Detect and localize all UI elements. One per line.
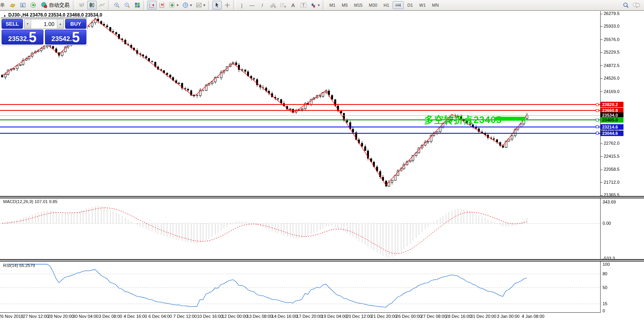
mt4-window: 单 自动交易 bbox=[0, 0, 644, 321]
rsi-axis-15: 15 bbox=[603, 301, 607, 306]
hline-23044.6[interactable] bbox=[0, 133, 600, 134]
time-label: 26 Dec 00:00 bbox=[396, 314, 421, 319]
time-label: 21 Dec 20:00 bbox=[371, 314, 397, 319]
price-tick: 25933.0 bbox=[601, 24, 620, 28]
time-label: 20 Dec 12:00 bbox=[346, 314, 372, 319]
time-label: 12 Dec 00:00 bbox=[222, 314, 247, 319]
time-label: 3 Dec 08:00 bbox=[99, 314, 122, 319]
time-label: 30 Nov 04:00 bbox=[73, 314, 98, 319]
rsi-label: RSI(14) 65.2579 bbox=[3, 263, 35, 268]
volume-value[interactable]: 1.00 bbox=[31, 19, 57, 28]
hline-23534.0[interactable] bbox=[0, 115, 600, 116]
time-label: 27 Dec 08:00 bbox=[421, 314, 446, 319]
price-tick: 24169.0 bbox=[601, 89, 620, 94]
rsi-axis-100: 100 bbox=[603, 262, 610, 267]
price-tick: 22058.5 bbox=[601, 167, 620, 172]
time-label: 31 Dec 20:00 bbox=[470, 314, 496, 319]
price-tick: 24872.5 bbox=[601, 63, 620, 68]
hline-23660.8[interactable] bbox=[0, 110, 600, 111]
macd-rsi-splitter[interactable] bbox=[0, 259, 644, 261]
price-tick: 22762.0 bbox=[601, 141, 620, 146]
macd-axis-max: 343.69 bbox=[603, 200, 616, 204]
time-label: 3 Jan 00:00 bbox=[497, 314, 520, 319]
time-label: 4 Dec 16:00 bbox=[124, 314, 147, 319]
buy-price-pips: 5 bbox=[72, 32, 80, 43]
sell-price: 23532. bbox=[8, 35, 29, 42]
price-axis-line bbox=[600, 11, 601, 312]
price-tag-23044.6[interactable]: 23044.6 bbox=[601, 131, 623, 136]
buy-button[interactable]: BUY bbox=[65, 19, 86, 29]
time-label: 7 Dec 12:00 bbox=[173, 314, 197, 319]
sell-price-button[interactable]: 23532.5 bbox=[2, 30, 43, 45]
time-label: 17 Dec 20:00 bbox=[296, 314, 322, 319]
hline-handle[interactable] bbox=[596, 109, 599, 112]
macd-label: MACD(12,26,9) 107.01 9.85 bbox=[3, 199, 58, 204]
price-tick: 22415.5 bbox=[601, 154, 620, 159]
price-tick: 25576.0 bbox=[601, 37, 620, 42]
buy-price: 23542. bbox=[51, 35, 72, 42]
turning-point-highlight-bar[interactable] bbox=[495, 117, 525, 121]
time-label: 27 Nov 12:00 bbox=[23, 314, 49, 319]
volume-increase-button[interactable]: ▲ bbox=[57, 19, 64, 28]
turning-point-annotation[interactable]: 多空转折点23405 bbox=[424, 114, 502, 126]
volume-decrease-button[interactable]: ▼ bbox=[24, 19, 31, 28]
time-label: 26 Nov 2018 bbox=[0, 314, 23, 319]
time-label: 4 Jan 08:00 bbox=[522, 314, 545, 319]
price-tag-23214.6[interactable]: 23214.6 bbox=[601, 124, 623, 130]
time-label: 14 Dec 16:00 bbox=[271, 314, 297, 319]
rsi-axis-80: 80 bbox=[603, 271, 607, 276]
main-macd-splitter[interactable] bbox=[0, 196, 644, 198]
price-tick: 25229.5 bbox=[601, 50, 620, 54]
time-label: 13 Dec 08:00 bbox=[247, 314, 272, 319]
price-tag-23820.2[interactable]: 23820.2 bbox=[601, 102, 623, 107]
one-click-trading-panel: SELL ▼ 1.00 ▲ BUY 23532.5 23542.5 bbox=[1, 18, 87, 45]
time-label: 28 Dec 16:00 bbox=[446, 314, 471, 319]
sell-button[interactable]: SELL bbox=[2, 19, 23, 29]
time-axis-line bbox=[0, 312, 601, 313]
chart-header: ▲DJ30-,H4 23476.0 23534.0 23468.0 23534.… bbox=[3, 12, 102, 18]
hline-handle[interactable] bbox=[596, 125, 599, 128]
chart-title-text: DJ30-,H4 23476.0 23534.0 23468.0 23534.0 bbox=[8, 12, 102, 18]
buy-price-button[interactable]: 23542.5 bbox=[45, 30, 87, 45]
time-label: 6 Dec 04:00 bbox=[148, 314, 172, 319]
collapse-arrow-icon[interactable]: ▲ bbox=[3, 14, 6, 17]
sell-price-pips: 5 bbox=[29, 32, 37, 43]
hline-handle[interactable] bbox=[596, 103, 599, 106]
hline-23214.6[interactable] bbox=[0, 127, 600, 127]
rsi-axis-50: 50 bbox=[603, 285, 607, 290]
price-tick: 26279.5 bbox=[601, 11, 620, 16]
time-label: 28 Nov 20:00 bbox=[48, 314, 73, 319]
price-tick: 24526.0 bbox=[601, 76, 620, 80]
volume-stepper: ▼ 1.00 ▲ bbox=[24, 19, 64, 29]
price-tick: 21712.0 bbox=[601, 180, 620, 185]
price-tag-23405.8[interactable]: 23405.8 bbox=[601, 117, 623, 123]
time-label: 19 Dec 04:00 bbox=[321, 314, 347, 319]
time-label: 10 Dec 16:00 bbox=[197, 314, 223, 319]
hline-23820.2[interactable] bbox=[0, 104, 600, 105]
hline-handle[interactable] bbox=[596, 119, 599, 121]
rsi-axis-0: 0 bbox=[603, 308, 605, 313]
macd-axis-zero: 0.00 bbox=[603, 221, 611, 226]
hline-handle[interactable] bbox=[596, 132, 599, 134]
chart-canvas[interactable] bbox=[0, 0, 644, 321]
